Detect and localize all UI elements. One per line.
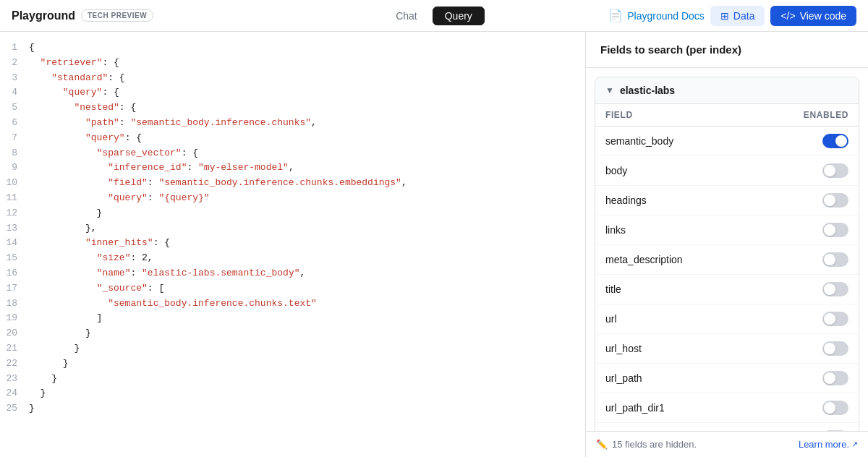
field-toggle[interactable] [822, 223, 848, 237]
line-number: 3 [0, 71, 29, 86]
fields-table-header: Field Enabled [595, 104, 859, 127]
code-line: 24 } [0, 386, 585, 401]
field-toggle[interactable] [822, 401, 848, 415]
line-content: }, [29, 221, 574, 236]
field-name-label: url [605, 313, 822, 325]
field-row: semantic_body [595, 127, 859, 156]
line-number: 19 [0, 311, 29, 326]
main-content: 1{2 "retriever": {3 "standard": {4 "quer… [0, 32, 868, 457]
field-toggle[interactable] [822, 312, 848, 326]
code-line: 10 "field": "semantic_body.inference.chu… [0, 176, 585, 191]
line-content: } [29, 356, 574, 372]
field-row: url [595, 304, 859, 334]
right-panel: Fields to search (per index) ▼ elastic-l… [586, 32, 868, 457]
line-content: } [29, 326, 574, 341]
app-logo: Playground [12, 9, 75, 22]
line-content: "size": 2, [29, 251, 574, 266]
line-number: 23 [0, 372, 29, 387]
fields-list: semantic_bodybodyheadingslinksmeta_descr… [595, 127, 859, 431]
line-number: 11 [0, 191, 29, 206]
docs-label: Playground Docs [627, 10, 705, 22]
code-line: 16 "name": "elastic-labs.semantic_body", [0, 266, 585, 281]
line-number: 21 [0, 341, 29, 356]
field-toggle[interactable] [822, 163, 848, 178]
line-number: 25 [0, 401, 29, 417]
field-name-label: body [605, 165, 822, 176]
index-header[interactable]: ▼ elastic-labs [595, 77, 859, 104]
code-line: 4 "query": { [0, 85, 585, 101]
line-number: 7 [0, 131, 29, 146]
line-number: 22 [0, 356, 29, 372]
data-button[interactable]: ⊞ Data [710, 6, 765, 26]
code-line: 17 "_source": [ [0, 281, 585, 296]
line-content: "retriever": { [29, 56, 574, 71]
field-row: links [595, 215, 859, 245]
field-toggle[interactable] [822, 134, 848, 148]
code-line: 18 "semantic_body.inference.chunks.text" [0, 296, 585, 312]
field-row: meta_description [595, 245, 859, 275]
line-number: 14 [0, 236, 29, 251]
line-number: 4 [0, 85, 29, 101]
code-line: 11 "query": "{query}" [0, 191, 585, 206]
line-content: } [29, 386, 574, 401]
code-line: 23 } [0, 372, 585, 387]
tab-chat[interactable]: Chat [383, 7, 430, 25]
code-line: 25} [0, 401, 585, 417]
code-icon: </> [780, 10, 795, 22]
code-line: 9 "inference_id": "my-elser-model", [0, 161, 585, 176]
app-header: Playground TECH PREVIEW Chat Query 📄 Pla… [0, 0, 868, 32]
code-line: 6 "path": "semantic_body.inference.chunk… [0, 116, 585, 131]
field-name-label: meta_description [605, 254, 822, 265]
line-content: "sparse_vector": { [29, 146, 574, 161]
code-line: 13 }, [0, 221, 585, 236]
panel-body: ▼ elastic-labs Field Enabled semantic_bo… [586, 68, 868, 431]
learn-more-link[interactable]: Learn more. ↗ [799, 439, 858, 450]
line-content: } [29, 341, 574, 356]
hidden-fields-text: ✏️ 15 fields are hidden. [596, 439, 697, 450]
field-toggle[interactable] [822, 282, 848, 296]
line-number: 6 [0, 116, 29, 131]
code-line: 5 "nested": { [0, 101, 585, 116]
code-editor: 1{2 "retriever": {3 "standard": {4 "quer… [0, 32, 586, 457]
code-line: 21 } [0, 341, 585, 356]
line-number: 13 [0, 221, 29, 236]
code-line: 12 } [0, 206, 585, 221]
chevron-down-icon: ▼ [605, 85, 614, 95]
line-number: 5 [0, 101, 29, 116]
line-content: } [29, 372, 574, 387]
field-toggle[interactable] [822, 371, 848, 385]
field-name-label: semantic_body [605, 135, 822, 147]
field-row: url_path [595, 364, 859, 393]
data-icon: ⊞ [720, 10, 729, 22]
line-content: "_source": [ [29, 281, 574, 296]
line-content: "query": { [29, 85, 574, 101]
external-link-icon: ↗ [851, 440, 858, 449]
code-line: 20 } [0, 326, 585, 341]
tab-query[interactable]: Query [433, 7, 485, 25]
line-content: } [29, 401, 574, 417]
tech-preview-badge: TECH PREVIEW [81, 9, 153, 22]
line-number: 17 [0, 281, 29, 296]
field-row: body [595, 156, 859, 186]
line-content: "path": "semantic_body.inference.chunks"… [29, 116, 574, 131]
line-number: 8 [0, 146, 29, 161]
line-content: "name": "elastic-labs.semantic_body", [29, 266, 574, 281]
line-content: "nested": { [29, 101, 574, 116]
line-content: "query": "{query}" [29, 191, 574, 206]
view-code-button[interactable]: </> View code [770, 6, 856, 26]
line-content: "inner_hits": { [29, 236, 574, 251]
header-left: Playground TECH PREVIEW [12, 9, 383, 22]
fields-table: Field Enabled semantic_bodybodyheadingsl… [595, 104, 859, 431]
field-toggle[interactable] [822, 430, 848, 431]
field-toggle[interactable] [822, 193, 848, 208]
line-content: "standard": { [29, 71, 574, 86]
code-line: 15 "size": 2, [0, 251, 585, 266]
field-row: title [595, 275, 859, 304]
field-toggle[interactable] [822, 252, 848, 267]
line-number: 1 [0, 40, 29, 56]
code-line: 1{ [0, 40, 585, 56]
docs-link[interactable]: 📄 Playground Docs [608, 9, 705, 22]
field-name-label: url_path [605, 372, 822, 384]
hidden-icon: ✏️ [596, 439, 608, 450]
field-toggle[interactable] [822, 341, 848, 356]
